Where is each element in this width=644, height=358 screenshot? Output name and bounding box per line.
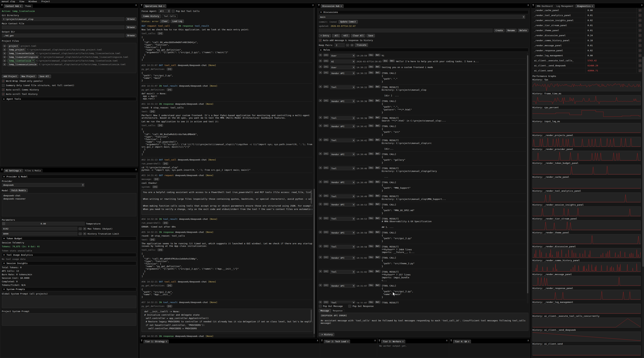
checkbox[interactable]: ✓ <box>639 34 642 37</box>
item-button[interactable]: [+] <box>158 32 163 35</box>
entry-expand-button[interactable]: [+] <box>323 71 329 74</box>
close-icon[interactable]: X <box>446 340 448 342</box>
checkbox[interactable]: ✓ <box>639 29 642 32</box>
entry-delete-button[interactable]: Del <box>375 85 380 88</box>
browse-button[interactable]: Browse <box>126 26 136 29</box>
entry-add-button[interactable]: + <box>319 217 322 219</box>
discussions-header[interactable]: ▼Discussions <box>319 10 528 14</box>
checkbox[interactable]: ✓ <box>639 64 642 67</box>
project-prompt-textarea[interactable] <box>2 313 136 326</box>
entry-insert-button[interactable]: Ins <box>368 284 374 286</box>
menu-item-project[interactable]: Project <box>42 0 50 3</box>
remove-file-button[interactable]: x <box>3 48 6 51</box>
entry-expand-button[interactable]: [+] <box>323 153 329 155</box>
checkbox[interactable] <box>172 10 174 12</box>
message-textarea[interactable]: [DEEPSEEK API ERROR] An assistant messag… <box>319 313 528 331</box>
entry-role-dropdown[interactable]: Vendor API▼ <box>330 284 355 288</box>
entry-insert-button[interactable]: Ins <box>368 301 374 303</box>
history-limit-input[interactable]: 8000 <box>2 232 77 235</box>
entry-expand-button[interactable]: [+] <box>323 60 329 62</box>
item-button[interactable]: [+] <box>167 305 172 307</box>
item-button[interactable]: [+] <box>150 110 155 113</box>
entry-role-dropdown[interactable]: Vendor API▼ <box>330 256 355 260</box>
tab-theme[interactable]: Theme <box>23 4 33 8</box>
tool-usage-analytics-header[interactable]: ▼Tool Usage Analytics <box>2 253 136 257</box>
entry-expand-button[interactable]: [+] <box>323 54 329 56</box>
entry-expand-button[interactable]: [+] <box>323 65 329 68</box>
main-dropdown[interactable]: main▼ <box>319 15 525 19</box>
diag-scrollbar[interactable] <box>642 7 644 358</box>
entry-role-dropdown[interactable]: Tool▼ <box>330 245 355 249</box>
entry-delete-button[interactable]: Del <box>375 167 380 169</box>
tab-filter-icon[interactable]: ▼ <box>321 340 323 342</box>
tab-filter-icon[interactable]: ▼ <box>532 4 534 6</box>
entry-expand-button[interactable]: [+] <box>323 217 329 219</box>
browse-button[interactable]: Browse <box>126 34 136 37</box>
tab-close-icon[interactable]: X <box>20 170 21 172</box>
tab-close-icon[interactable]: X <box>166 341 167 343</box>
tab-operations-hub[interactable]: Operations HubX <box>144 4 166 8</box>
model-item-deepseek-reasoner[interactable]: deepseek-reasoner <box>3 197 135 200</box>
tab-close-icon[interactable]: X <box>402 341 404 343</box>
main-context-file-input[interactable] <box>2 25 124 29</box>
clear-button[interactable]: Clear <box>160 20 170 23</box>
entry-insert-button[interactable]: Ins <box>368 180 374 183</box>
discussion-name-input[interactable] <box>319 29 492 32</box>
entry-role-dropdown[interactable]: Tool▼ <box>330 139 355 142</box>
checkbox[interactable]: ✓ <box>639 19 642 22</box>
entry-add-button[interactable]: + <box>319 125 322 127</box>
project-file-chip[interactable]: project <box>8 44 20 48</box>
entry-expand-button[interactable]: [+] <box>323 245 329 247</box>
item-button[interactable]: - <box>79 232 82 235</box>
delete-button[interactable]: Delete <box>518 29 528 32</box>
entry-role-dropdown[interactable]: Tool▼ <box>330 270 355 274</box>
entry-delete-button[interactable]: Del <box>375 231 380 233</box>
entry-delete-button[interactable]: Del <box>375 139 380 141</box>
entry-expand-button[interactable]: [+] <box>323 270 329 273</box>
entry-role-dropdown[interactable]: Vendor API▼ <box>330 99 355 103</box>
all-dropdown[interactable]: All▼ <box>159 9 170 13</box>
entry-insert-button[interactable]: Ins <box>368 167 374 169</box>
menu-item-manual-slop[interactable]: manual slop <box>2 0 15 3</box>
tab-filter-icon[interactable]: ▼ <box>450 340 452 342</box>
checkbox[interactable]: ✓ <box>639 39 642 42</box>
remove-file-button[interactable]: x <box>3 45 6 47</box>
entry-delete-button[interactable]: Del <box>375 65 380 68</box>
entry-expand-button[interactable]: [+] <box>323 284 329 286</box>
entry-role-dropdown[interactable]: Vendor API▼ <box>330 203 355 206</box>
entry-role-dropdown[interactable]: Tool▼ <box>330 167 355 170</box>
agent-tools-header[interactable]: ▶Agent Tools <box>2 97 136 101</box>
entry-insert-button[interactable]: Ins <box>368 231 374 233</box>
all-button[interactable]: -All <box>332 34 340 37</box>
tab-message[interactable]: Message <box>319 309 331 312</box>
entry-add-button[interactable]: + <box>319 270 322 273</box>
entry-role-dropdown[interactable]: Tool▼ <box>330 194 355 198</box>
entry-delete-button[interactable]: Del <box>375 301 380 303</box>
tab-mma-dashboard[interactable]: MMA Dashboard <box>535 4 554 8</box>
output-dir-input[interactable]: ./md_gen <box>2 34 124 37</box>
remove-file-button[interactable]: x <box>3 63 6 66</box>
tab-close-icon[interactable]: X <box>163 5 164 7</box>
create-button[interactable]: Create <box>494 29 504 32</box>
entry-delete-button[interactable]: Del <box>375 217 380 219</box>
checkbox[interactable] <box>2 84 5 87</box>
project-file-chip[interactable]: temp_project <box>8 48 26 51</box>
checkbox[interactable]: ✓ <box>2 80 5 82</box>
deepseek-dropdown[interactable]: deepseek▼ <box>2 183 84 187</box>
entry-add-button[interactable]: + <box>319 301 322 303</box>
entry-add-button[interactable]: + <box>319 245 322 247</box>
checkbox[interactable]: ✓ <box>639 49 642 52</box>
entry-insert-button[interactable]: Ins <box>368 194 374 197</box>
entry-delete-button[interactable]: Del <box>375 153 380 155</box>
entry-delete-button[interactable]: Del <box>375 284 380 286</box>
entry-expand-button[interactable]: [+] <box>323 139 329 141</box>
tab-close-icon[interactable]: X <box>20 5 21 7</box>
entry-role-dropdown[interactable]: Tool▼ <box>330 217 355 221</box>
entry-insert-button[interactable]: Ins <box>368 65 374 68</box>
entry-role-dropdown[interactable]: Vendor API▼ <box>330 125 355 128</box>
entry-delete-button[interactable]: Del <box>375 116 380 119</box>
entry-expand-button[interactable]: [+] <box>323 167 329 169</box>
entry-add-button[interactable]: + <box>319 167 322 169</box>
entry-add-button[interactable]: + <box>319 194 322 197</box>
tab-tier-2-tech-lead[interactable]: Tier 2: Tech LeadX <box>324 340 350 343</box>
